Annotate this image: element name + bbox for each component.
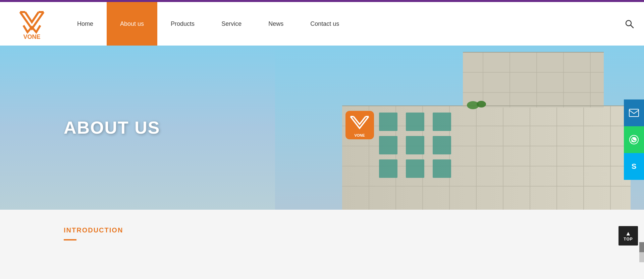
hero-title: ABOUT US [64, 118, 160, 138]
svg-rect-21 [463, 52, 604, 108]
svg-rect-33 [406, 136, 424, 154]
top-label: TOP [624, 237, 633, 241]
navigation: Home About us Products Service News Cont… [64, 2, 614, 46]
nav-about[interactable]: About us [107, 2, 157, 46]
logo[interactable]: VONE [0, 2, 64, 46]
top-button[interactable]: ▲ TOP [619, 226, 638, 246]
sidebar-contact-buttons: S [624, 99, 644, 180]
nav-home[interactable]: Home [64, 2, 107, 46]
hero-banner: VONE ABOUT US [0, 46, 644, 210]
svg-text:VONE: VONE [354, 133, 365, 137]
svg-rect-35 [379, 159, 397, 178]
email-button[interactable] [624, 99, 644, 126]
svg-rect-29 [379, 113, 397, 131]
svg-rect-30 [406, 113, 424, 131]
logo-svg: VONE [13, 7, 50, 41]
nav-products[interactable]: Products [157, 2, 208, 46]
nav-news[interactable]: News [255, 2, 297, 46]
whatsapp-icon [629, 135, 639, 145]
skype-icon: S [629, 161, 639, 171]
intro-label: INTRODUCTION [64, 226, 580, 234]
scrollbar[interactable] [639, 242, 644, 251]
search-button[interactable] [614, 2, 644, 46]
whatsapp-button[interactable] [624, 126, 644, 153]
svg-point-45 [477, 101, 486, 108]
svg-rect-34 [433, 136, 451, 154]
nav-service[interactable]: Service [208, 2, 255, 46]
search-icon [625, 19, 634, 28]
email-icon [629, 109, 639, 117]
nav-contact[interactable]: Contact us [297, 2, 353, 46]
svg-rect-31 [433, 113, 451, 131]
skype-button[interactable]: S [624, 153, 644, 180]
svg-line-4 [631, 25, 633, 28]
content-section: INTRODUCTION [0, 210, 644, 251]
svg-text:S: S [632, 162, 637, 170]
intro-divider [64, 239, 76, 240]
header: VONE Home About us Products Service News… [0, 2, 644, 46]
svg-rect-32 [379, 136, 397, 154]
svg-text:VONE: VONE [23, 33, 40, 40]
top-arrow-icon: ▲ [625, 230, 631, 236]
building-illustration: VONE [161, 46, 644, 210]
svg-rect-36 [406, 159, 424, 178]
svg-rect-37 [433, 159, 451, 178]
scroll-thumb[interactable] [639, 242, 644, 251]
svg-rect-46 [629, 109, 639, 117]
